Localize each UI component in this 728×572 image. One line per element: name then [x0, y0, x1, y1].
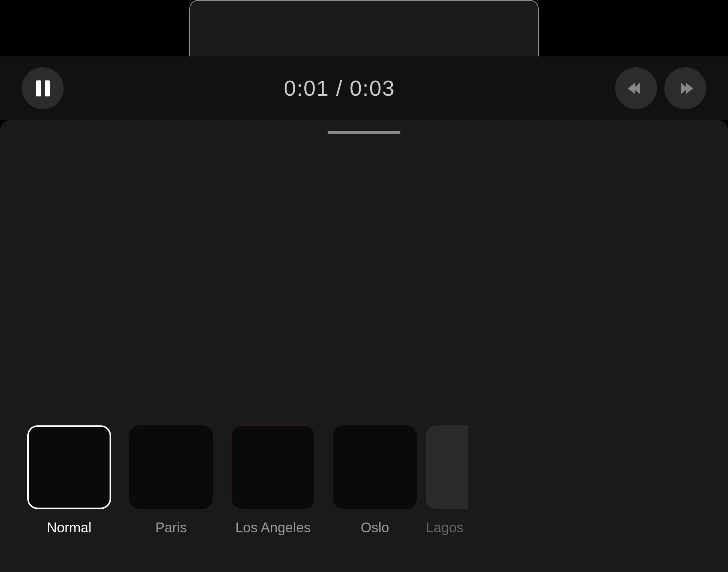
filter-item-los-angeles[interactable]: Los Angeles [222, 425, 324, 536]
pause-bar-left [36, 80, 41, 96]
rewind-icon [626, 79, 645, 98]
forward-icon [676, 79, 695, 98]
filter-label-oslo: Oslo [361, 520, 389, 536]
filters-container: Normal Paris Los Angeles Oslo Lagos [0, 425, 728, 536]
filter-thumbnail-lagos [426, 425, 468, 509]
filter-label-los-angeles: Los Angeles [235, 520, 310, 536]
filter-item-oslo[interactable]: Oslo [324, 425, 426, 536]
drag-handle[interactable] [328, 131, 400, 134]
video-area [0, 0, 728, 56]
filter-thumbnail-normal [27, 425, 111, 509]
pause-icon [36, 80, 50, 96]
rewind-button[interactable] [615, 67, 657, 109]
filter-thumbnail-los-angeles [231, 425, 315, 509]
filter-thumbnail-oslo [333, 425, 417, 509]
video-frame [189, 0, 539, 56]
bottom-panel: Normal Paris Los Angeles Oslo Lagos [0, 120, 728, 572]
forward-button[interactable] [664, 67, 706, 109]
filter-label-normal: Normal [47, 520, 91, 536]
time-display: 0:01 / 0:03 [284, 76, 395, 101]
filter-thumbnail-paris [129, 425, 213, 509]
right-controls [615, 67, 706, 109]
filter-label-lagos: Lagos [426, 520, 464, 536]
controls-bar: 0:01 / 0:03 [0, 56, 728, 120]
filter-label-paris: Paris [155, 520, 187, 536]
pause-button[interactable] [22, 67, 64, 109]
filter-item-lagos[interactable]: Lagos [426, 425, 477, 536]
pause-bar-right [45, 80, 50, 96]
filter-item-paris[interactable]: Paris [120, 425, 222, 536]
filter-item-normal[interactable]: Normal [18, 425, 120, 536]
